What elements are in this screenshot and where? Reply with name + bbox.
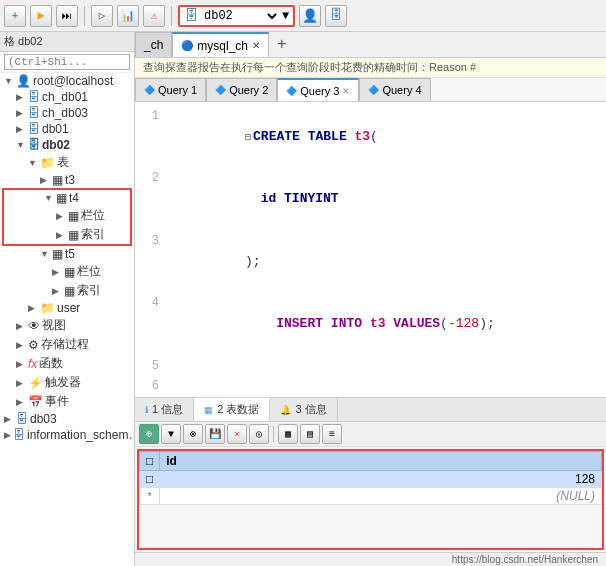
tree-item-t5[interactable]: ▼ ▦ t5 (0, 246, 134, 262)
tree-label: root@localhost (33, 74, 113, 88)
tree-item-procedures[interactable]: ▶ ⚙ 存储过程 (0, 335, 134, 354)
tab-close-btn[interactable]: ✕ (252, 40, 260, 51)
tree-label: db03 (30, 412, 57, 426)
save-btn[interactable]: 💾 (205, 424, 225, 444)
result-tab-info2[interactable]: 🔔 3 信息 (270, 398, 337, 421)
sep1 (84, 6, 85, 26)
expand-icon: ▶ (16, 108, 26, 118)
query-tab-2[interactable]: 🔷 Query 2 (206, 78, 277, 101)
filter-btn[interactable]: ⊗ (183, 424, 203, 444)
indexes-icon: ▦ (64, 284, 75, 298)
tree-item-t5-indexes[interactable]: ▶ ▦ 索引 (0, 281, 134, 300)
tree-item-tables-folder[interactable]: ▼ 📁 表 (0, 153, 134, 172)
code-content: id TINYINT (167, 168, 602, 230)
forward-btn[interactable]: ⏭ (56, 5, 78, 27)
tree-label: 栏位 (77, 263, 101, 280)
dropdown-btn[interactable]: ▼ (161, 424, 181, 444)
result-tab-data[interactable]: ▦ 2 表数据 (194, 398, 270, 421)
table-row[interactable]: * (NULL) (140, 488, 602, 505)
db-icon: 🗄 (28, 90, 40, 104)
tree-item-t4-columns[interactable]: ▶ ▦ 栏位 (4, 206, 130, 225)
code-line-3: 3 ); (135, 231, 606, 293)
action-btn[interactable]: ◎ (249, 424, 269, 444)
tree-item-t5-columns[interactable]: ▶ ▦ 栏位 (0, 262, 134, 281)
expand-icon: ▼ (44, 193, 54, 203)
expand-icon: ▶ (28, 303, 38, 313)
sidebar-search-input[interactable] (4, 54, 130, 70)
tree-item-db02[interactable]: ▼ 🗄 db02 (0, 137, 134, 153)
query-tab-close[interactable]: ✕ (342, 86, 350, 96)
cell-id: 128 (160, 471, 602, 488)
tree-item-triggers[interactable]: ▶ ⚡ 触发器 (0, 373, 134, 392)
db-icon: 🗄 (16, 412, 28, 426)
query-tab-3[interactable]: 🔷 Query 3 ✕ (277, 78, 359, 101)
alert-btn[interactable]: ⚠ (143, 5, 165, 27)
tree-item-db03[interactable]: ▶ 🗄 db03 (0, 411, 134, 427)
tab-mysql-ch[interactable]: 🔵 mysql_ch ✕ (172, 32, 269, 57)
tab-add-btn[interactable]: + (269, 32, 295, 57)
line-number: 1 (139, 107, 159, 126)
tree-item-root[interactable]: ▼ 👤 root@localhost (0, 73, 134, 89)
tree-label: 栏位 (81, 207, 105, 224)
tab-icon: 🔵 (181, 40, 193, 51)
tree-item-ch-db01[interactable]: ▶ 🗄 ch_db01 (0, 89, 134, 105)
run-btn[interactable]: ▷ (91, 5, 113, 27)
text-btn[interactable]: ≡ (322, 424, 342, 444)
tree-label: 触发器 (45, 374, 81, 391)
table-row[interactable]: □ 128 (140, 471, 602, 488)
tree-item-user-folder[interactable]: ▶ 📁 user (0, 300, 134, 316)
collapse-icon[interactable]: ⊟ (245, 132, 251, 143)
tree-item-db01[interactable]: ▶ 🗄 db01 (0, 121, 134, 137)
tree-label: 视图 (42, 317, 66, 334)
tree-label: ch_db03 (42, 106, 88, 120)
open-btn[interactable]: ▶ (30, 5, 52, 27)
result-tab-label: 2 表数据 (217, 402, 259, 417)
info2-tab-icon: 🔔 (280, 405, 291, 415)
tree-item-t4-indexes[interactable]: ▶ ▦ 索引 (4, 225, 130, 244)
tree-item-ch-db03[interactable]: ▶ 🗄 ch_db03 (0, 105, 134, 121)
tree-item-t4[interactable]: ▼ ▦ t4 (4, 190, 130, 206)
expand-icon: ▼ (4, 76, 14, 86)
refresh-btn[interactable]: ⊕ (139, 424, 159, 444)
tree-item-t3[interactable]: ▶ ▦ t3 (0, 172, 134, 188)
tab-label: mysql_ch (197, 39, 248, 53)
data-table-highlight-box: □ id □ 128 * (NULL) (137, 449, 604, 550)
db-icon: 🗄 (28, 106, 40, 120)
info-text: 查询探查器报告在执行每一个查询阶段时花费的精确时间：Reason # (143, 61, 476, 73)
db-icon: 🗄 (13, 428, 25, 442)
expand-icon: ▶ (16, 378, 26, 388)
expand-icon: ▶ (16, 92, 26, 102)
user-btn[interactable]: 👤 (299, 5, 321, 27)
line-number: 2 (139, 169, 159, 188)
result-tab-label: 1 信息 (152, 402, 183, 417)
result-tab-info1[interactable]: ℹ 1 信息 (135, 398, 194, 421)
tree-item-functions[interactable]: ▶ fx 函数 (0, 354, 134, 373)
grid-btn[interactable]: ▦ (278, 424, 298, 444)
tree-label: t3 (65, 173, 75, 187)
tree-label: db02 (42, 138, 70, 152)
list-btn[interactable]: ▤ (300, 424, 320, 444)
outer-tab-ch[interactable]: _ch (135, 32, 172, 57)
row-checkbox[interactable]: □ (140, 471, 160, 488)
query-tab-1[interactable]: 🔷 Query 1 (135, 78, 206, 101)
code-editor[interactable]: 1 ⊟CREATE TABLE t3( 2 id TINYINT 3 ); 4 (135, 102, 606, 397)
code-line-4: 4 INSERT INTO t3 VALUES(-128); (135, 293, 606, 355)
new-btn[interactable]: + (4, 5, 26, 27)
result-toolbar: ⊕ ▼ ⊗ 💾 ✕ ◎ ▦ ▤ ≡ (135, 422, 606, 447)
indexes-icon: ▦ (68, 228, 79, 242)
line-number: 4 (139, 294, 159, 313)
col-header-id[interactable]: id (160, 452, 602, 471)
tree-item-information-schema[interactable]: ▶ 🗄 information_schem… (0, 427, 134, 443)
db-select[interactable]: db02 db01 db03 (200, 8, 280, 24)
tree-item-views[interactable]: ▶ 👁 视图 (0, 316, 134, 335)
code-line-6: 6 ⊟CREATE TABLE t4( (135, 376, 606, 397)
chart-btn[interactable]: 📊 (117, 5, 139, 27)
line-number: 6 (139, 377, 159, 396)
tree-label: ch_db01 (42, 90, 88, 104)
tree-item-events[interactable]: ▶ 📅 事件 (0, 392, 134, 411)
tree-label: 索引 (81, 226, 105, 243)
delete-btn[interactable]: ✕ (227, 424, 247, 444)
query-tab-4[interactable]: 🔷 Query 4 (359, 78, 430, 101)
main-toolbar: + ▶ ⏭ ▷ 📊 ⚠ 🗄 db02 db01 db03 ▼ 👤 🗄 (0, 0, 606, 32)
db-connect-btn[interactable]: 🗄 (325, 5, 347, 27)
